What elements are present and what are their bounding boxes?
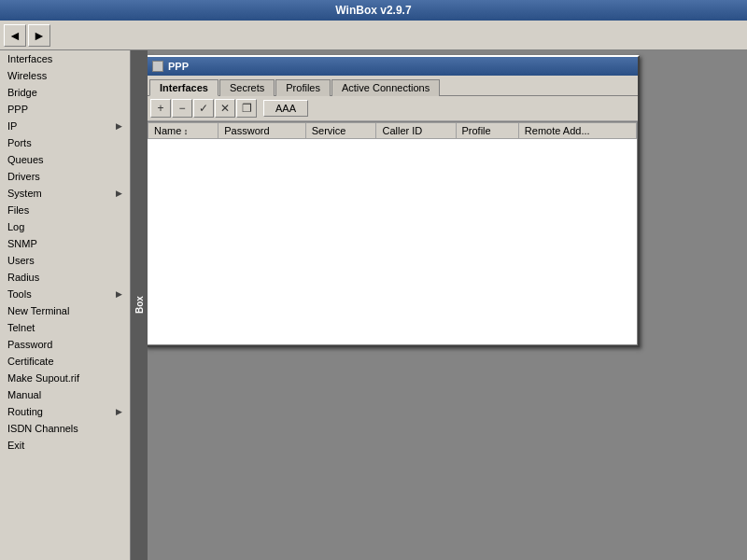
sidebar-item-label-wireless: Wireless: [7, 70, 47, 81]
col-header-password[interactable]: Password: [218, 123, 305, 139]
sidebar-item-password[interactable]: Password: [0, 336, 130, 353]
sidebar-item-label-drivers: Drivers: [7, 171, 40, 182]
sidebar-item-label-routing: Routing: [7, 406, 43, 417]
sidebar-item-label-ip: IP: [7, 120, 17, 132]
sidebar-item-ppp[interactable]: PPP: [0, 101, 130, 118]
sidebar-item-telnet[interactable]: Telnet: [0, 319, 130, 336]
sidebar-item-label-users: Users: [7, 255, 35, 266]
sidebar-item-certificate[interactable]: Certificate: [0, 353, 130, 370]
sidebar: InterfacesWirelessBridgePPPIP▶PortsQueue…: [0, 50, 131, 560]
sidebar-item-interfaces[interactable]: Interfaces: [0, 50, 130, 67]
sidebar-item-label-files: Files: [7, 204, 29, 216]
submenu-arrow-icon-routing: ▶: [116, 407, 122, 416]
sidebar-item-radius[interactable]: Radius: [0, 269, 130, 286]
tab-secrets[interactable]: Secrets: [219, 79, 275, 96]
secrets-table: NamePasswordServiceCaller IDProfileRemot…: [148, 122, 637, 139]
sidebar-item-wireless[interactable]: Wireless: [0, 67, 130, 84]
sidebar-item-files[interactable]: Files: [0, 202, 130, 218]
sidebar-item-queues[interactable]: Queues: [0, 151, 130, 168]
sidebar-item-label-queues: Queues: [7, 154, 44, 165]
sidebar-item-label-exit: Exit: [7, 440, 24, 451]
title-bar: WinBox v2.9.7: [0, 0, 747, 21]
sidebar-item-label-bridge: Bridge: [7, 87, 37, 98]
back-button[interactable]: ◄: [4, 24, 26, 47]
ppp-window-title: PPP: [168, 61, 189, 72]
sidebar-item-label-interfaces: Interfaces: [7, 53, 52, 64]
sidebar-item-new-terminal[interactable]: New Terminal: [0, 302, 130, 319]
submenu-arrow-icon-ip: ▶: [116, 121, 122, 131]
content-area: PPP InterfacesSecretsProfilesActive Conn…: [131, 50, 747, 560]
cross-button[interactable]: ✕: [215, 99, 235, 118]
sidebar-item-manual[interactable]: Manual: [0, 386, 130, 403]
sidebar-item-users[interactable]: Users: [0, 252, 130, 269]
sidebar-item-label-password: Password: [7, 339, 52, 350]
sidebar-item-label-new-terminal: New Terminal: [7, 305, 69, 316]
sidebar-item-ports[interactable]: Ports: [0, 134, 130, 151]
col-header-service[interactable]: Service: [305, 123, 376, 139]
sidebar-item-bridge[interactable]: Bridge: [0, 84, 130, 101]
secrets-table-container: NamePasswordServiceCaller IDProfileRemot…: [147, 121, 638, 345]
sidebar-item-label-ppp: PPP: [7, 104, 28, 115]
sidebar-item-system[interactable]: System▶: [0, 185, 130, 202]
sidebar-item-label-system: System: [7, 188, 42, 199]
sidebar-item-make-supout[interactable]: Make Supout.rif: [0, 370, 130, 386]
copy-button[interactable]: ❐: [236, 99, 257, 118]
sidebar-item-ip[interactable]: IP▶: [0, 118, 130, 134]
sidebar-item-drivers[interactable]: Drivers: [0, 168, 130, 185]
sidebar-item-label-ports: Ports: [7, 137, 32, 148]
sidebar-item-label-isdn-channels: ISDN Channels: [7, 423, 78, 434]
sidebar-item-label-certificate: Certificate: [7, 356, 54, 367]
ppp-titlebar: PPP: [147, 57, 638, 76]
check-button[interactable]: ✓: [193, 99, 214, 118]
sidebar-item-label-telnet: Telnet: [7, 322, 35, 333]
main-layout: InterfacesWirelessBridgePPPIP▶PortsQueue…: [0, 50, 747, 560]
tab-interfaces[interactable]: Interfaces: [149, 79, 218, 96]
col-header-name[interactable]: Name: [148, 123, 218, 139]
forward-button[interactable]: ►: [28, 24, 50, 47]
sidebar-item-tools[interactable]: Tools▶: [0, 286, 130, 302]
tab-active-connections[interactable]: Active Connections: [331, 79, 440, 96]
add-button[interactable]: +: [150, 99, 171, 118]
sidebar-item-label-snmp: SNMP: [7, 238, 37, 249]
sidebar-item-exit[interactable]: Exit: [0, 437, 130, 454]
remove-button[interactable]: −: [172, 99, 192, 118]
col-header-caller-id[interactable]: Caller ID: [376, 123, 456, 139]
sidebar-item-label-radius: Radius: [7, 272, 39, 283]
ppp-window: PPP InterfacesSecretsProfilesActive Conn…: [145, 55, 640, 347]
ppp-inner-toolbar: + − ✓ ✕ ❐ AAA: [147, 96, 638, 121]
winbox-label: Box: [131, 50, 148, 560]
app-title: WinBox v2.9.7: [335, 4, 411, 17]
sidebar-item-label-make-supout: Make Supout.rif: [7, 372, 79, 384]
sidebar-item-log[interactable]: Log: [0, 218, 130, 235]
sidebar-item-snmp[interactable]: SNMP: [0, 235, 130, 252]
submenu-arrow-icon-tools: ▶: [116, 289, 122, 299]
sidebar-item-isdn-channels[interactable]: ISDN Channels: [0, 420, 130, 437]
sidebar-item-label-manual: Manual: [7, 389, 41, 400]
col-header-remote-add...[interactable]: Remote Add...: [518, 123, 636, 139]
ppp-window-icon: [152, 61, 163, 72]
aaa-button[interactable]: AAA: [263, 100, 308, 117]
sidebar-item-routing[interactable]: Routing▶: [0, 403, 130, 420]
main-toolbar: ◄ ►: [0, 21, 747, 50]
tab-profiles[interactable]: Profiles: [275, 79, 331, 96]
sidebar-item-label-tools: Tools: [7, 288, 32, 300]
ppp-tabs-bar: InterfacesSecretsProfilesActive Connecti…: [147, 76, 638, 96]
sidebar-item-label-log: Log: [7, 221, 24, 232]
col-header-profile[interactable]: Profile: [456, 123, 518, 139]
submenu-arrow-icon-system: ▶: [116, 189, 122, 198]
